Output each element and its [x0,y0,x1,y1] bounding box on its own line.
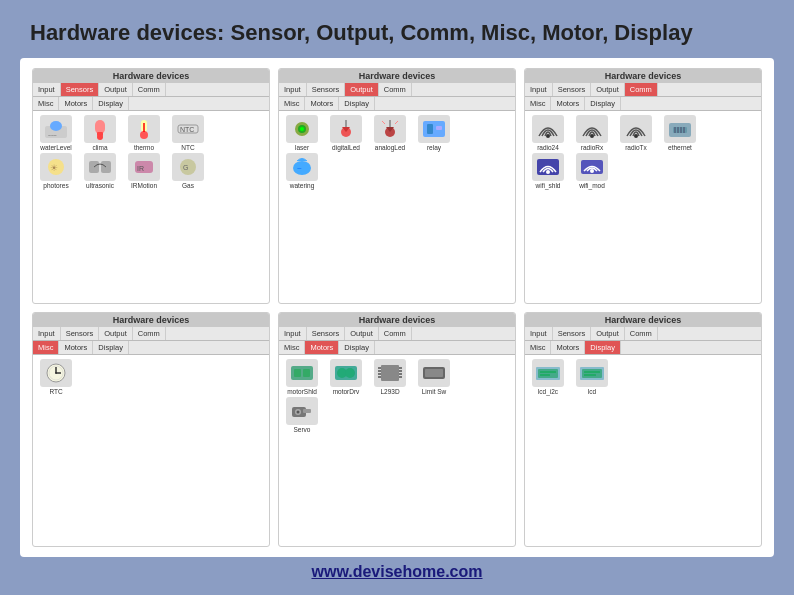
card3-row2: wifi_shld wifi_mod [529,153,757,189]
item-label: NTC [181,144,194,151]
tab-sensors-3[interactable]: Sensors [553,83,592,96]
svg-rect-75 [538,369,558,378]
tab-motors-1[interactable]: Motors [59,97,93,110]
card3-content: radio24 radioRx radioTx [525,111,761,303]
tab-input-5[interactable]: Input [279,327,307,340]
rtc-icon [40,359,72,387]
tab-comm-3[interactable]: Comm [625,83,658,96]
slide-container: Hardware devices: Sensor, Output, Comm, … [0,0,794,595]
tab-display-4[interactable]: Display [93,341,129,354]
tab-sensors-6[interactable]: Sensors [553,327,592,340]
svg-point-58 [345,368,355,378]
item-label: relay [427,144,441,151]
tab-sensors-1[interactable]: Sensors [61,83,100,96]
tab-motors-5[interactable]: Motors [305,341,339,354]
list-item: radioTx [617,115,655,151]
tab-motors-4[interactable]: Motors [59,341,93,354]
wifimod-icon [576,153,608,181]
tab-input-3[interactable]: Input [525,83,553,96]
item-label: Limit Sw [422,388,447,395]
tab-motors-6[interactable]: Motors [551,341,585,354]
svg-rect-80 [584,371,600,373]
tab-sensors-4[interactable]: Sensors [61,327,100,340]
tab-misc-2[interactable]: Misc [279,97,305,110]
card1-tabs-row2: Misc Motors Display [33,97,269,111]
svg-text:☀: ☀ [50,163,58,173]
item-label: laser [295,144,309,151]
tab-misc-6[interactable]: Misc [525,341,551,354]
tab-comm-2[interactable]: Comm [379,83,412,96]
tab-display-2[interactable]: Display [339,97,375,110]
laser-icon [286,115,318,143]
svg-point-35 [546,134,550,138]
tab-display-6[interactable]: Display [585,341,621,354]
tab-display-3[interactable]: Display [585,97,621,110]
svg-point-5 [97,134,103,140]
list-item: clima [81,115,119,151]
tab-comm-5[interactable]: Comm [379,327,412,340]
tab-output-2[interactable]: Output [345,83,379,96]
svg-point-37 [634,134,638,138]
svg-point-45 [546,170,550,174]
list-item: G Gas [169,153,207,189]
tab-misc-4[interactable]: Misc [33,341,59,354]
card4-row1: RTC [37,359,265,395]
tab-motors-3[interactable]: Motors [551,97,585,110]
list-item: ~ watering [283,153,321,189]
list-item: thermo [125,115,163,151]
tab-comm-4[interactable]: Comm [133,327,166,340]
card2-row2: ~ watering [283,153,511,189]
tab-display-5[interactable]: Display [339,341,375,354]
tab-output-3[interactable]: Output [591,83,625,96]
svg-rect-55 [303,369,310,377]
tab-sensors-5[interactable]: Sensors [307,327,346,340]
tab-motors-2[interactable]: Motors [305,97,339,110]
radio24-icon [532,115,564,143]
tab-misc-3[interactable]: Misc [525,97,551,110]
thermo-icon [128,115,160,143]
tab-misc-5[interactable]: Misc [279,341,305,354]
radiorx-icon [576,115,608,143]
svg-rect-79 [582,369,602,378]
tab-comm-1[interactable]: Comm [133,83,166,96]
item-label: Servo [294,426,311,433]
tab-display-1[interactable]: Display [93,97,129,110]
slide-title: Hardware devices: Sensor, Output, Comm, … [20,10,774,58]
tab-input-1[interactable]: Input [33,83,61,96]
tab-input-4[interactable]: Input [33,327,61,340]
card6-tabs-row2: Misc Motors Display [525,341,761,355]
wifishld-icon [532,153,564,181]
list-item: motorDrv [327,359,365,395]
motordrv-icon [330,359,362,387]
tab-output-5[interactable]: Output [345,327,379,340]
item-label: digitalLed [332,144,360,151]
grid-area: Hardware devices Input Sensors Output Co… [20,58,774,557]
item-label: RTC [49,388,62,395]
analogled-icon [374,115,406,143]
svg-rect-59 [381,365,399,381]
svg-point-36 [590,134,594,138]
list-item: ~~~ waterLevel [37,115,75,151]
svg-rect-69 [425,369,443,377]
tab-output-1[interactable]: Output [99,83,133,96]
svg-point-1 [50,121,62,131]
svg-rect-32 [436,126,442,130]
item-label: thermo [134,144,154,151]
footer-text: www.devisehome.com [20,557,774,585]
svg-rect-54 [294,369,301,377]
tab-comm-6[interactable]: Comm [625,327,658,340]
lcdi2c-icon [532,359,564,387]
list-item: radio24 [529,115,567,151]
tab-output-4[interactable]: Output [99,327,133,340]
svg-point-33 [293,161,311,175]
tab-sensors-2[interactable]: Sensors [307,83,346,96]
tab-output-6[interactable]: Output [591,327,625,340]
item-label: Gas [182,182,194,189]
tab-misc-1[interactable]: Misc [33,97,59,110]
list-item: NTC NTC [169,115,207,151]
lcd-icon [576,359,608,387]
list-item: wifi_shld [529,153,567,189]
list-item: RTC [37,359,75,395]
tab-input-6[interactable]: Input [525,327,553,340]
tab-input-2[interactable]: Input [279,83,307,96]
